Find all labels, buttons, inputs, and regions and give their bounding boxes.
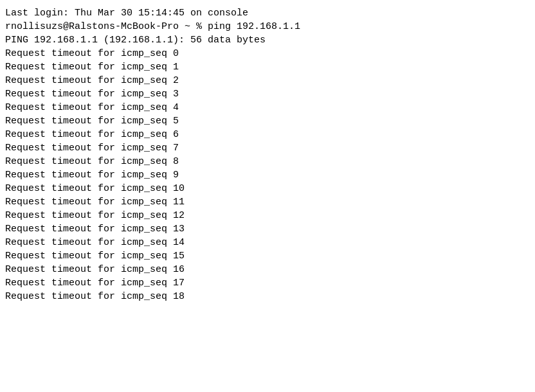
terminal-line: Request timeout for icmp_seq 7 xyxy=(5,141,530,155)
terminal-line: Request timeout for icmp_seq 13 xyxy=(5,222,530,236)
terminal-line: Request timeout for icmp_seq 0 xyxy=(5,47,530,60)
terminal-line: Request timeout for icmp_seq 4 xyxy=(5,101,530,114)
terminal-output: Last login: Thu Mar 30 15:14:45 on conso… xyxy=(5,6,530,303)
terminal-line: Request timeout for icmp_seq 12 xyxy=(5,209,530,222)
terminal-line: Last login: Thu Mar 30 15:14:45 on conso… xyxy=(5,6,530,20)
terminal-line: Request timeout for icmp_seq 18 xyxy=(5,290,530,303)
terminal-line: Request timeout for icmp_seq 11 xyxy=(5,195,530,209)
terminal-line: Request timeout for icmp_seq 9 xyxy=(5,168,530,182)
terminal-line: Request timeout for icmp_seq 10 xyxy=(5,182,530,195)
terminal-line: Request timeout for icmp_seq 15 xyxy=(5,249,530,263)
terminal-line: PING 192.168.1.1 (192.168.1.1): 56 data … xyxy=(5,33,530,47)
terminal-line: Request timeout for icmp_seq 1 xyxy=(5,60,530,74)
terminal-line: rnollisuzs@Ralstons-McBook-Pro ~ % ping … xyxy=(5,20,530,33)
terminal-line: Request timeout for icmp_seq 6 xyxy=(5,128,530,141)
terminal-line: Request timeout for icmp_seq 16 xyxy=(5,263,530,276)
terminal-line: Request timeout for icmp_seq 5 xyxy=(5,114,530,128)
terminal-line: Request timeout for icmp_seq 8 xyxy=(5,155,530,168)
terminal-line: Request timeout for icmp_seq 2 xyxy=(5,74,530,87)
terminal-line: Request timeout for icmp_seq 14 xyxy=(5,236,530,249)
terminal-line: Request timeout for icmp_seq 3 xyxy=(5,87,530,101)
terminal-line: Request timeout for icmp_seq 17 xyxy=(5,276,530,290)
